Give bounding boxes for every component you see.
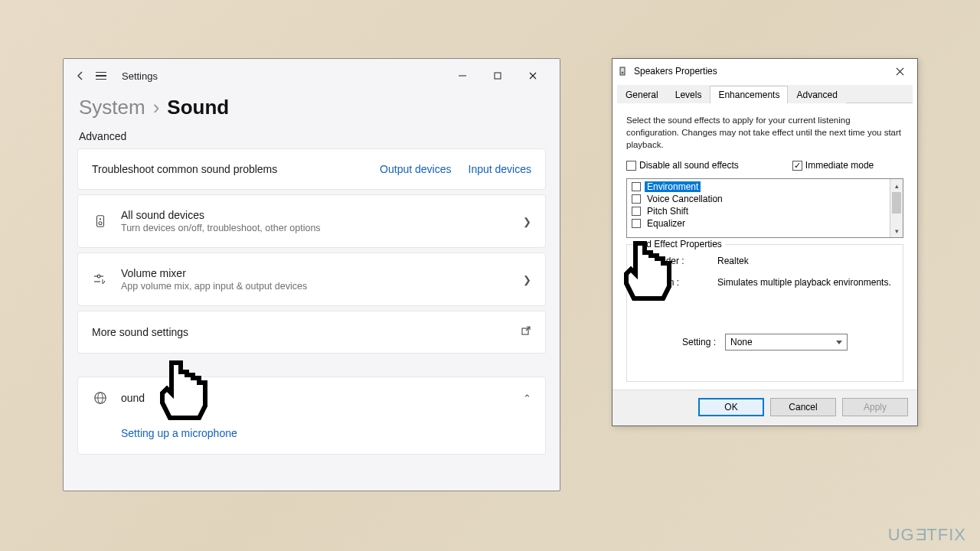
breadcrumb-current: Sound (167, 96, 229, 119)
all-devices-sub: Turn devices on/off, troubleshoot, other… (121, 223, 523, 233)
watermark: UGETFIX (888, 525, 966, 545)
speakers-properties-dialog: Speakers Properties General Levels Enhan… (612, 58, 918, 426)
effect-properties-box: und Effect Properties vider : Realtek ti… (626, 244, 903, 382)
scroll-thumb[interactable] (892, 192, 901, 214)
tabstrip: General Levels Enhancements Advanced (617, 85, 913, 103)
titlebar: Settings (64, 59, 560, 93)
provider-value: Realtek (717, 256, 749, 266)
output-devices-link[interactable]: Output devices (380, 163, 451, 175)
effect-label: Equalizer (645, 218, 688, 229)
instruction-text: Select the sound effects to apply for yo… (626, 114, 903, 151)
chevron-right-icon: ❯ (523, 274, 531, 285)
tab-content: Select the sound effects to apply for yo… (612, 103, 917, 390)
mixer-title: Volume mixer (121, 267, 523, 279)
checkbox-icon (632, 207, 641, 216)
svg-rect-1 (495, 73, 501, 79)
external-link-icon (521, 325, 531, 339)
menu-icon[interactable] (96, 68, 111, 83)
list-item[interactable]: Environment (627, 181, 903, 193)
all-devices-title: All sound devices (121, 209, 523, 221)
description-value: Simulates multiple playback environments… (717, 277, 891, 288)
scrollbar[interactable]: ▴ ▾ (890, 179, 903, 237)
tab-enhancements[interactable]: Enhancements (710, 86, 788, 103)
mixer-icon (92, 271, 109, 288)
checkbox-icon (632, 194, 641, 204)
volume-mixer-card[interactable]: Volume mixer App volume mix, app input &… (77, 253, 546, 306)
scroll-up-button[interactable]: ▴ (890, 179, 903, 192)
help-link[interactable]: Setting up a microphone (121, 427, 237, 439)
dialog-title: Speakers Properties (634, 66, 717, 77)
checkbox-icon (632, 182, 641, 191)
window-title: Settings (122, 70, 158, 82)
disable-all-checkbox[interactable]: Disable all sound effects (626, 160, 739, 171)
immediate-mode-checkbox[interactable]: Immediate mode (792, 160, 874, 171)
chevron-up-icon: ⌃ (523, 393, 531, 404)
disable-all-label: Disable all sound effects (639, 160, 739, 171)
svg-point-3 (100, 218, 101, 220)
tab-advanced[interactable]: Advanced (788, 86, 845, 103)
checkbox-icon (632, 219, 641, 228)
setting-value: None (730, 337, 753, 347)
minimize-button[interactable] (445, 64, 480, 88)
checkbox-icon (626, 161, 636, 171)
input-devices-link[interactable]: Input devices (469, 163, 532, 175)
provider-label: vider : (659, 256, 717, 266)
ok-button[interactable]: OK (698, 398, 764, 416)
mixer-sub: App volume mix, app input & output devic… (121, 281, 523, 292)
effect-label: Voice Cancellation (645, 194, 725, 204)
breadcrumb-separator: › (153, 96, 160, 119)
speaker-dialog-icon (619, 66, 629, 77)
apply-button: Apply (842, 398, 908, 416)
maximize-button[interactable] (480, 64, 515, 88)
globe-icon (92, 390, 109, 406)
window-controls (445, 64, 550, 88)
setting-label: Setting : (682, 337, 716, 347)
dialog-titlebar: Speakers Properties (612, 59, 917, 83)
effects-listbox[interactable]: Environment Voice Cancellation Pitch Shi… (626, 178, 903, 238)
help-card: ound ⌃ Setting up a microphone (77, 377, 546, 455)
list-item[interactable]: Equalizer (627, 217, 903, 230)
troubleshoot-card: Troubleshoot common sound problems Outpu… (77, 148, 546, 190)
close-button[interactable] (515, 64, 550, 88)
back-button[interactable] (73, 68, 88, 83)
more-sound-settings-card[interactable]: More sound settings (77, 311, 546, 354)
help-header[interactable]: ound ⌃ (78, 377, 545, 419)
svg-point-4 (99, 222, 102, 225)
speaker-icon (92, 213, 109, 230)
more-title: More sound settings (92, 326, 521, 338)
immediate-label: Immediate mode (805, 160, 874, 171)
help-title: ound (121, 392, 523, 404)
props-box-title: und Effect Properties (633, 239, 725, 249)
description-label: tion : (659, 277, 717, 288)
svg-point-6 (97, 275, 100, 278)
breadcrumb-parent[interactable]: System (79, 96, 145, 119)
effect-label: Environment (645, 181, 701, 192)
svg-point-13 (622, 72, 624, 74)
scroll-down-button[interactable]: ▾ (890, 224, 903, 237)
tab-levels[interactable]: Levels (667, 86, 710, 103)
troubleshoot-title: Troubleshoot common sound problems (92, 163, 380, 175)
checkbox-icon (792, 161, 802, 171)
chevron-right-icon: ❯ (523, 216, 531, 227)
breadcrumb: System › Sound (64, 93, 560, 122)
cancel-button[interactable]: Cancel (770, 398, 836, 416)
effect-label: Pitch Shift (645, 206, 691, 217)
section-label: Advanced (64, 122, 560, 148)
setting-combo[interactable]: None (725, 334, 848, 350)
settings-window: Settings System › Sound Advanced Trouble… (63, 58, 560, 491)
dialog-button-row: OK Cancel Apply (612, 390, 917, 425)
cards-container: Troubleshoot common sound problems Outpu… (64, 148, 560, 455)
list-item[interactable]: Voice Cancellation (627, 193, 903, 205)
all-devices-card[interactable]: All sound devices Turn devices on/off, t… (77, 194, 546, 248)
dialog-close-button[interactable] (888, 64, 911, 79)
tab-general[interactable]: General (617, 86, 667, 103)
list-item[interactable]: Pitch Shift (627, 205, 903, 217)
